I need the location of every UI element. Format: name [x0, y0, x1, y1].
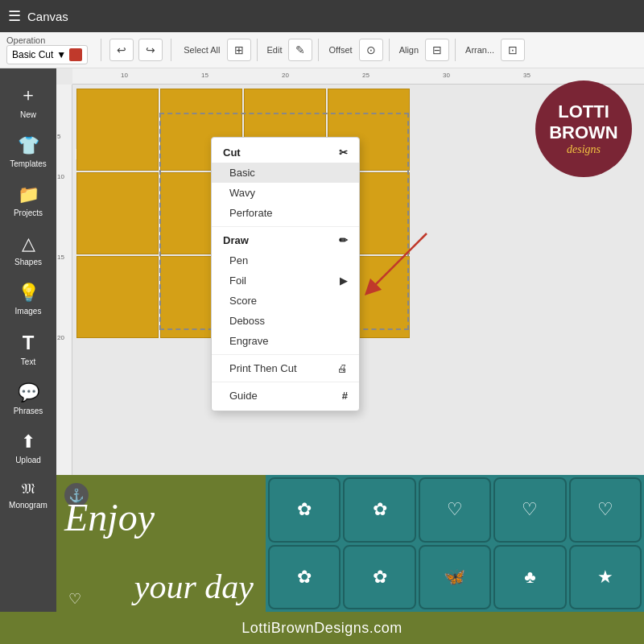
arrange-icon[interactable]: ⊡: [501, 39, 525, 61]
logo-lotti: LOTTI: [558, 101, 609, 122]
operation-select[interactable]: Basic Cut ▼: [6, 45, 88, 64]
logo-circle: LOTTI BROWN designs: [535, 80, 632, 177]
perforate-menu-item[interactable]: Perforate: [212, 203, 359, 223]
basic-label: Basic: [229, 167, 255, 179]
foil-submenu-arrow-icon: ▶: [340, 275, 348, 287]
top-bar: ☰ Canvas: [0, 0, 644, 32]
canvas-title: Canvas: [27, 10, 68, 23]
sidebar-label-new: New: [20, 110, 36, 119]
teal-tile-1: ✿: [268, 477, 341, 543]
draw-icon: ✏: [339, 234, 348, 246]
wavy-menu-item[interactable]: Wavy: [212, 183, 359, 203]
hamburger-icon[interactable]: ☰: [8, 7, 21, 25]
edit-icon[interactable]: ✎: [288, 39, 312, 61]
score-label: Score: [229, 295, 257, 307]
redo-button[interactable]: ↪: [138, 39, 163, 61]
undo-button[interactable]: ↩: [109, 39, 134, 61]
deboss-menu-item[interactable]: Deboss: [212, 311, 359, 331]
sidebar-item-new[interactable]: ＋ New: [0, 76, 56, 126]
templates-icon: 👕: [18, 135, 39, 156]
monogram-icon: 𝔐: [22, 481, 35, 497]
print-icon: 🖨: [337, 362, 348, 374]
select-icon[interactable]: ⊞: [227, 39, 251, 61]
logo-brown: BROWN: [549, 122, 618, 143]
your-day-text: your day: [134, 570, 254, 604]
sidebar-label-monogram: Monogram: [9, 501, 47, 510]
shapes-icon: △: [22, 233, 35, 254]
teal-tile-8: 🦋: [419, 545, 491, 610]
strip-left-panel: ⚓ Enjoy your day ♡: [56, 475, 266, 612]
print-then-cut-menu-item[interactable]: Print Then Cut 🖨: [212, 358, 359, 378]
sidebar-item-text[interactable]: T Text: [0, 325, 56, 373]
menu-divider-3: [212, 382, 359, 382]
strip-right-panel: ✿ ✿ ♡ ♡ ♡ ✿ ✿ 🦋 ♣ ★: [266, 475, 644, 612]
edit-button[interactable]: Edit: [263, 43, 287, 57]
sidebar-item-monogram[interactable]: 𝔐 Monogram: [0, 474, 56, 516]
print-then-cut-label: Print Then Cut: [229, 362, 297, 374]
sidebar-label-shapes: Shapes: [14, 258, 42, 266]
footer-text: LottiBrownDesigns.com: [242, 620, 402, 637]
ruler-vmark-15: 15: [57, 254, 64, 261]
dropdown-arrow-icon: ▼: [56, 49, 66, 60]
ruler-mark-30: 30: [443, 72, 450, 79]
teal-tile-2: ✿: [343, 477, 415, 543]
cut-label: Cut: [223, 147, 241, 159]
operation-label: Operation: [6, 35, 88, 45]
ruler-mark-15: 15: [201, 72, 208, 79]
images-icon: 💡: [18, 283, 39, 303]
align-icon[interactable]: ⊟: [425, 39, 449, 61]
toolbar-actions: Select All ⊞ Edit ✎ Offset ⊙ Align ⊟ Arr…: [180, 39, 525, 61]
operation-dropdown: Cut ✂ Basic Wavy Perforate Draw ✏ Pen: [211, 137, 360, 411]
footer: LottiBrownDesigns.com: [0, 612, 644, 644]
offset-icon[interactable]: ⊙: [359, 39, 383, 61]
select-all-button[interactable]: Select All: [180, 43, 224, 57]
sidebar-item-shapes[interactable]: △ Shapes: [0, 227, 56, 273]
main-layout: ＋ New 👕 Templates 📁 Projects △ Shapes 💡 …: [0, 68, 644, 612]
sidebar: ＋ New 👕 Templates 📁 Projects △ Shapes 💡 …: [0, 68, 56, 612]
guide-icon: #: [342, 390, 348, 402]
color-swatch[interactable]: [69, 48, 82, 61]
toolbar-separator: [101, 39, 101, 61]
guide-menu-item[interactable]: Guide #: [212, 386, 359, 406]
tile-5: [76, 172, 159, 254]
sidebar-label-projects: Projects: [14, 208, 43, 217]
heart-icon: ♡: [68, 590, 81, 608]
ruler-mark-10: 10: [121, 72, 128, 79]
ruler-mark-35: 35: [523, 72, 530, 79]
sidebar-label-templates: Templates: [10, 159, 47, 168]
toolbar-separator-4: [318, 39, 319, 61]
align-button[interactable]: Align: [395, 43, 423, 57]
canvas-area[interactable]: 10 15 20 25 30 35 5 10 15 20 6.072 cm: [56, 68, 644, 612]
sidebar-item-templates[interactable]: 👕 Templates: [0, 129, 56, 175]
score-menu-item[interactable]: Score: [212, 291, 359, 311]
sidebar-label-images: Images: [15, 307, 42, 316]
enjoy-text: Enjoy: [64, 495, 155, 539]
teal-tile-3: ♡: [419, 477, 491, 543]
sidebar-item-phrases[interactable]: 💬 Phrases: [0, 376, 56, 422]
sidebar-label-text: Text: [21, 357, 35, 366]
bottom-strip: ⚓ Enjoy your day ♡ ✿ ✿ ♡ ♡ ♡ ✿ ✿ 🦋 ♣ ★: [56, 475, 644, 612]
pen-label: Pen: [229, 254, 248, 266]
ruler-mark-25: 25: [362, 72, 369, 79]
engrave-menu-item[interactable]: Engrave: [212, 331, 359, 351]
teal-tile-6: ✿: [268, 545, 341, 610]
ruler-vmark-5: 5: [57, 133, 60, 140]
foil-menu-item[interactable]: Foil ▶: [212, 270, 359, 291]
perforate-label: Perforate: [229, 207, 272, 219]
foil-label: Foil: [229, 275, 246, 287]
operation-group: Operation Basic Cut ▼: [6, 35, 88, 64]
ruler-mark-20: 20: [282, 72, 289, 79]
sidebar-item-projects[interactable]: 📁 Projects: [0, 178, 56, 224]
arrange-button[interactable]: Arran...: [461, 43, 498, 57]
pen-menu-item[interactable]: Pen: [212, 250, 359, 270]
ruler-horizontal: 10 15 20 25 30 35: [72, 68, 644, 85]
sidebar-item-upload[interactable]: ⬆ Upload: [0, 425, 56, 471]
teal-tile-10: ★: [569, 545, 642, 610]
toolbar-separator-2: [171, 39, 171, 61]
menu-divider-1: [212, 226, 359, 227]
teal-tile-5: ♡: [569, 477, 642, 543]
sidebar-item-images[interactable]: 💡 Images: [0, 276, 56, 322]
sidebar-label-phrases: Phrases: [14, 407, 43, 415]
basic-menu-item[interactable]: Basic: [212, 163, 359, 183]
offset-button[interactable]: Offset: [324, 43, 356, 57]
